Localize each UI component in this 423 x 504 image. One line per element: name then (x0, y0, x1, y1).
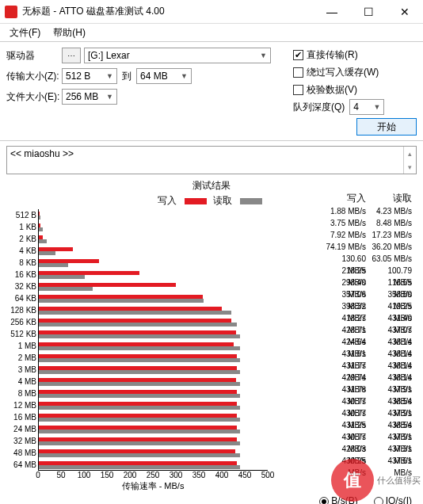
table-row: 418.27 MB/s431.40 MB/s (325, 312, 417, 324)
filesize-combo[interactable]: 256 MB▼ (62, 89, 117, 105)
drive-value: [G:] Lexar (88, 50, 130, 61)
queue-depth-label: 队列深度(Q) (293, 101, 345, 114)
chart-plot (38, 209, 268, 471)
x-axis: 050100150200250300350400450500 (38, 471, 268, 480)
bypass-cache-checkbox[interactable] (293, 67, 303, 78)
minimize-button[interactable]: — (314, 0, 350, 24)
unit-bps-radio[interactable]: B/s(B) (319, 495, 357, 504)
unit-radio-group: B/s(B) IO/s(I) (0, 492, 423, 504)
drive-combo[interactable]: [G:] Lexar ▼ (84, 48, 271, 63)
table-row: 218.25 MB/s100.79 MB/s (325, 265, 417, 277)
chart-title: 测试结果 (6, 179, 417, 193)
transfer-size-label: 传输大小(Z): (6, 70, 62, 83)
menu-help[interactable]: 帮助(H) (47, 25, 92, 41)
transfer-from-combo[interactable]: 512 B▼ (62, 68, 117, 84)
to-label: 到 (122, 70, 131, 83)
bypass-cache-label: 绕过写入缓存(W) (307, 66, 379, 79)
table-row: 7.92 MB/s17.23 MB/s (325, 229, 417, 241)
chevron-down-icon: ▼ (106, 72, 113, 80)
maximize-button[interactable]: ☐ (350, 0, 387, 24)
table-row: 428.03 MB/s437.31 MB/s (325, 443, 417, 455)
chevron-down-icon: ▼ (373, 103, 380, 111)
table-row: 3.75 MB/s8.48 MB/s (325, 217, 417, 229)
table-row: 424.64 MB/s438.14 MB/s (325, 336, 417, 348)
queue-depth-combo[interactable]: 4▼ (349, 99, 384, 115)
table-row: 428.71 MB/s437.07 MB/s (325, 324, 417, 336)
table-row: 430.25 MB/s437.61 MB/s (325, 455, 417, 467)
chevron-down-icon: ▼ (106, 93, 113, 101)
transfer-to-combo[interactable]: 64 MB▼ (136, 68, 192, 84)
hdr-read: 读取 (371, 192, 417, 205)
legend-read-swatch (240, 198, 262, 204)
hdr-write: 写入 (325, 192, 371, 205)
start-button[interactable]: 开始 (356, 118, 417, 136)
table-row: 430.77 MB/s437.91 MB/s (325, 431, 417, 443)
menu-file[interactable]: 文件(F) (3, 25, 47, 41)
results-table: 写入 读取 1.88 MB/s4.23 MB/s3.75 MB/s8.48 MB… (325, 192, 417, 467)
scrollbar[interactable]: ▴▾ (403, 147, 416, 174)
menu-bar: 文件(F) 帮助(H) (0, 24, 423, 41)
window-title: 无标题 - ATTO 磁盘基准测试 4.00 (22, 5, 314, 18)
drive-picker-button[interactable]: ⋯ (62, 48, 81, 63)
close-button[interactable]: ✕ (387, 0, 423, 24)
toolbar: 驱动器 ⋯ [G:] Lexar ▼ 传输大小(Z): 512 B▼ 到 64 … (0, 41, 423, 141)
legend-write-swatch (185, 198, 207, 204)
verify-checkbox[interactable] (293, 85, 303, 95)
table-row: 430.77 MB/s437.91 MB/s (325, 407, 417, 419)
table-row: 74.19 MB/s36.20 MB/s (325, 241, 417, 253)
chevron-down-icon: ▼ (260, 52, 267, 59)
table-row: 431.77 MB/s438.14 MB/s (325, 360, 417, 372)
drive-label: 驱动器 (6, 49, 62, 63)
x-axis-label: 传输速率 - MB/s (38, 480, 268, 492)
description-input[interactable]: << miaoshu >> ▴▾ (6, 146, 417, 174)
title-bar: 无标题 - ATTO 磁盘基准测试 4.00 — ☐ ✕ (0, 0, 423, 24)
y-axis-labels: 512 B1 KB2 KB4 KB8 KB16 KB32 KB64 KB128 … (6, 209, 38, 471)
direct-io-label: 直接传输(R) (307, 48, 358, 62)
chart-area: 测试结果 写入 读取 512 B1 KB2 KB4 KB8 KB16 KB32 … (0, 179, 423, 492)
table-row: 398.32 MB/s419.25 MB/s (325, 300, 417, 312)
table-row: 130.60 MB/s63.05 MB/s (325, 253, 417, 265)
table-row: 430.77 MB/s438.54 MB/s (325, 395, 417, 407)
chevron-down-icon: ▼ (181, 72, 188, 80)
verify-label: 校验数据(V) (307, 83, 357, 97)
table-row: 431.78 MB/s437.91 MB/s (325, 384, 417, 395)
table-row: 429.74 MB/s438.14 MB/s (325, 372, 417, 384)
table-row: 431.25 MB/s438.54 MB/s (325, 419, 417, 431)
table-row: 431.81 MB/s438.14 MB/s (325, 348, 417, 360)
direct-io-checkbox[interactable] (293, 50, 303, 60)
table-row: 298.40 MB/s116.65 MB/s (325, 277, 417, 288)
table-row: 357.06 MB/s358.80 MB/s (325, 288, 417, 300)
filesize-label: 文件大小(E): (6, 90, 62, 104)
unit-iops-radio[interactable]: IO/s(I) (374, 495, 412, 504)
app-icon (5, 6, 17, 18)
table-row: 1.88 MB/s4.23 MB/s (325, 205, 417, 217)
